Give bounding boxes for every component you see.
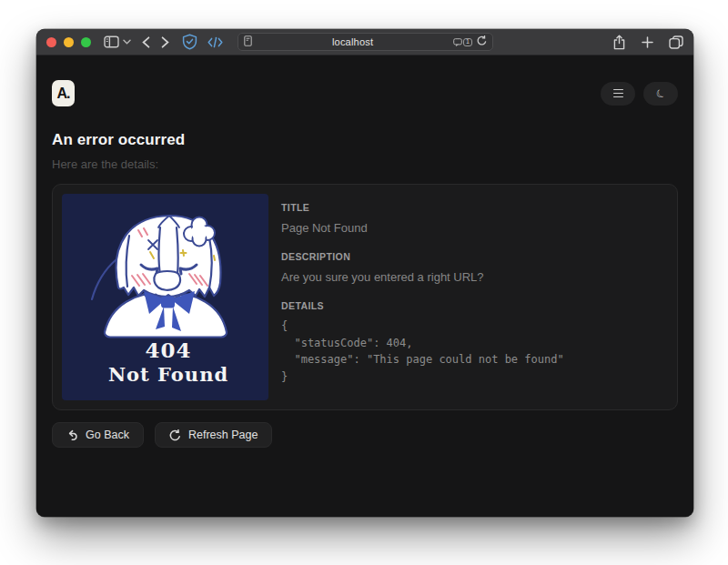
new-tab-button[interactable] — [642, 32, 653, 52]
reload-icon[interactable] — [477, 34, 487, 50]
header-actions: ☾ — [601, 82, 678, 106]
browser-window: localhost 1 — [36, 29, 693, 517]
hamburger-icon — [613, 89, 623, 98]
illustration-label-text: Not Found — [108, 363, 228, 386]
page-title: An error occurred — [52, 131, 678, 149]
error-card: 404 Not Found TITLE Page Not Found DESCR… — [52, 184, 678, 410]
plus-icon — [642, 36, 653, 48]
webpage: A. ☾ An error occurred Here are the deta… — [36, 55, 693, 517]
details-json: { "statusCode": 404, "message": "This pa… — [281, 318, 668, 385]
theme-toggle-button[interactable]: ☾ — [643, 82, 678, 106]
moon-icon: ☾ — [653, 86, 668, 101]
minimize-window-button[interactable] — [64, 37, 74, 47]
content-blocker-badge-icon[interactable]: 1 — [453, 38, 472, 46]
refresh-page-button[interactable]: Refresh Page — [155, 422, 272, 448]
sidebar-toggle-button[interactable] — [104, 32, 119, 52]
sidebar-icon — [104, 35, 119, 48]
reader-page-icon — [244, 34, 252, 50]
badge-count: 1 — [463, 38, 472, 46]
chevron-down-icon — [123, 39, 131, 45]
title-label: TITLE — [281, 202, 668, 213]
page-subtitle: Here are the details: — [52, 157, 678, 171]
404-illustration: 404 Not Found — [62, 194, 268, 400]
chevron-right-icon — [161, 36, 169, 48]
browser-toolbar: localhost 1 — [36, 29, 693, 55]
refresh-page-label: Refresh Page — [188, 429, 258, 441]
close-window-button[interactable] — [46, 37, 56, 47]
url-text: localhost — [257, 36, 449, 47]
illustration-code-text: 404 — [145, 338, 191, 362]
site-header: A. ☾ — [52, 55, 678, 106]
details-label: DETAILS — [281, 300, 668, 311]
sidebar-menu-button[interactable] — [123, 32, 131, 52]
description-value: Are you sure you entered a right URL? — [281, 270, 668, 284]
action-buttons: Go Back Refresh Page — [52, 422, 678, 448]
menu-button[interactable] — [601, 82, 635, 106]
chevron-left-icon — [142, 36, 150, 48]
toolbar-right-group — [612, 32, 683, 52]
share-icon — [612, 35, 626, 50]
description-label: DESCRIPTION — [281, 251, 668, 262]
title-value: Page Not Found — [281, 221, 668, 235]
tab-overview-button[interactable] — [669, 32, 683, 52]
share-button[interactable] — [612, 32, 626, 52]
code-icon — [207, 36, 223, 48]
go-back-label: Go Back — [86, 429, 129, 441]
site-logo[interactable]: A. — [52, 80, 75, 106]
address-bar[interactable]: localhost 1 — [238, 33, 493, 51]
back-button[interactable] — [142, 32, 150, 52]
tabs-icon — [669, 35, 683, 49]
error-details-panel: TITLE Page Not Found DESCRIPTION Are you… — [281, 194, 668, 400]
privacy-report-button[interactable] — [182, 32, 197, 52]
window-controls — [46, 37, 91, 47]
zoom-window-button[interactable] — [81, 37, 91, 47]
go-back-button[interactable]: Go Back — [52, 422, 144, 448]
forward-button[interactable] — [161, 32, 169, 52]
undo-arrow-icon — [66, 429, 78, 440]
refresh-icon — [169, 429, 181, 441]
address-bar-accessories: 1 — [453, 34, 487, 50]
web-inspector-button[interactable] — [207, 32, 223, 52]
shield-check-icon — [182, 34, 197, 50]
